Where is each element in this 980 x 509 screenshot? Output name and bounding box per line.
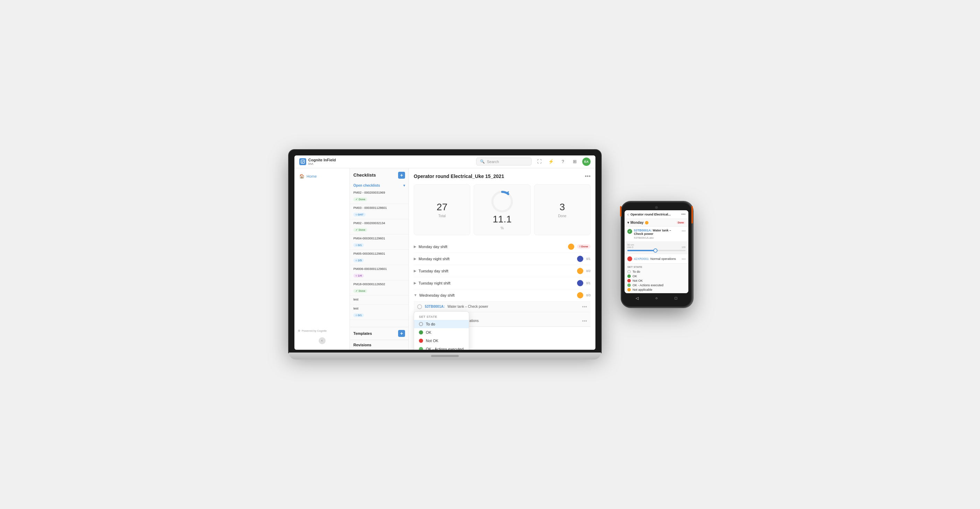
checklists-panel: Checklists + Open checklists ▾ PM02 - 00…	[350, 168, 409, 350]
checklist-items-list: PM02 - 000200031969 ✓ Done PM03 - 000300…	[350, 189, 409, 327]
task-row[interactable]: 53TB0001A: Water tank – Check power ••• …	[414, 302, 590, 312]
shift-row[interactable]: ▶ Monday night shift 0/1	[414, 253, 590, 265]
more-options-icon[interactable]: •••	[585, 173, 590, 179]
phone-section-label: Monday	[630, 221, 644, 225]
main-content: Operator round Electrical_Uke 15_2021 ••…	[409, 168, 595, 350]
list-item[interactable]: PM18-0003001126502 ✓ Done	[350, 280, 409, 295]
task-more-icon[interactable]: •••	[582, 318, 587, 324]
radio-na[interactable]	[627, 288, 631, 292]
add-template-button[interactable]: +	[398, 330, 405, 337]
dropdown-item-todo[interactable]: To do	[414, 320, 469, 328]
expand-icon: ▶	[414, 245, 417, 249]
radio-ok[interactable]	[627, 274, 631, 278]
phone-slider-track[interactable]	[627, 250, 686, 251]
dropdown-item-notok[interactable]: Not OK	[414, 337, 469, 345]
state-label: OK - Actions executed	[633, 284, 663, 287]
content-header: Operator round Electrical_Uke 15_2021 ••…	[414, 173, 590, 179]
checklist-item-id: PM006-0003001129601	[353, 267, 405, 271]
list-item[interactable]: test ○ 0/1	[350, 305, 409, 320]
templates-label: Templates	[353, 331, 372, 335]
search-bar[interactable]: 🔍 Search	[476, 158, 531, 166]
phone-set-state-label: SET STATE	[627, 265, 686, 268]
shift-name: Monday day shift	[418, 245, 568, 249]
shift-status-fraction: 0/1	[586, 257, 590, 260]
lightning-icon[interactable]: ⚡	[547, 158, 555, 166]
phone-state-option-notok[interactable]: Not OK	[627, 279, 686, 282]
stats-row: 27 Total 11.1	[414, 184, 590, 235]
grid-icon[interactable]: ⊞	[570, 158, 579, 166]
task-radio-button[interactable]	[417, 304, 422, 309]
phone-back-nav[interactable]: ◁	[634, 295, 640, 301]
shift-row[interactable]: ▶ Tuesday day shift 0/2	[414, 265, 590, 277]
done-number: 3	[560, 202, 565, 213]
phone-slider-fill	[627, 250, 657, 251]
slider-label: 50 cm	[627, 244, 634, 246]
phone-task-more-icon[interactable]: •••	[681, 229, 686, 233]
phone-task-row[interactable]: 42XR0001: Normal operations •••	[625, 254, 688, 264]
phone-home-nav[interactable]: ○	[654, 295, 659, 301]
phone-task-more-icon[interactable]: •••	[681, 257, 686, 261]
radio-ok-actions[interactable]	[627, 284, 631, 287]
phone-section-badge: Done	[676, 221, 686, 224]
phone-more-icon[interactable]: •••	[681, 212, 686, 217]
list-item[interactable]: PM02 - 000200031969 ✓ Done	[350, 189, 409, 204]
app-logo-icon	[299, 158, 306, 165]
list-item[interactable]: test	[350, 295, 409, 305]
shift-status-done: ! Done	[577, 244, 590, 249]
laptop: Cognite InField IAA 🔍 Search ⛶ ⚡ ? ⊞	[289, 150, 601, 359]
help-icon[interactable]: ?	[558, 158, 567, 166]
phone-task-link[interactable]: 53TB0001A:	[634, 229, 652, 232]
dropdown-item-ok[interactable]: OK	[414, 328, 469, 337]
list-item[interactable]: PM04-0003001129601 ○ 0/1	[350, 235, 409, 250]
total-number: 27	[437, 202, 447, 213]
status-badge: ✓ Done	[353, 228, 367, 232]
search-placeholder: Search	[487, 160, 499, 164]
stat-total: 27 Total	[414, 184, 470, 235]
notok-icon	[419, 339, 423, 343]
phone-recents-nav[interactable]: □	[673, 295, 679, 301]
phone-task-link[interactable]: 42XR0001:	[634, 257, 649, 260]
open-checklists-section[interactable]: Open checklists ▾	[350, 182, 409, 189]
phone-slider-minmax: min 0 100	[627, 246, 686, 249]
task-link[interactable]: 53TB0001A:	[425, 305, 445, 308]
list-item[interactable]: PM03 - 0003001128601 ○ 0/47	[350, 204, 409, 219]
state-label: Not OK	[633, 279, 643, 282]
sidebar-item-home[interactable]: 🏠 Home	[294, 172, 350, 181]
task-more-icon[interactable]: •••	[582, 304, 587, 310]
sidebar: 🏠 Home ⚙ Powered by Cognite ‹	[294, 168, 350, 350]
shift-row[interactable]: ▶ Tuesday night shift 0/1	[414, 277, 590, 289]
list-item[interactable]: PM006-0003001129601 ○ 1/4	[350, 265, 409, 280]
phone-slider-thumb[interactable]	[653, 249, 657, 252]
state-label: To do	[633, 270, 640, 273]
home-icon: 🏠	[299, 174, 304, 179]
dropdown-item-label: Not OK	[426, 339, 438, 343]
radio-todo[interactable]	[627, 270, 631, 273]
phone-state-option-todo[interactable]: To do	[627, 270, 686, 273]
phone-task-row[interactable]: ✓ 53TB0001A: Water tank – Check power 53…	[625, 227, 688, 242]
open-checklists-label: Open checklists	[353, 183, 380, 187]
list-item[interactable]: PM05-0003001129601 ○ 2/5	[350, 250, 409, 265]
user-avatar[interactable]: EA	[582, 158, 590, 166]
shift-row[interactable]: ▼ Wednesday day shift 0/3	[414, 289, 590, 302]
dropdown-item-ok-actions[interactable]: OK - Actions executed	[414, 345, 469, 350]
phone-slider-area: 50 cm min 0 100	[625, 242, 688, 254]
checklists-title: Checklists	[353, 172, 376, 178]
slider-min-label: min 0	[627, 246, 633, 249]
user-badge	[577, 280, 583, 286]
shift-row[interactable]: ▶ Monday day shift ! Done	[414, 241, 590, 253]
radio-notok[interactable]	[627, 279, 631, 282]
status-badge: ○ 0/47	[353, 213, 366, 217]
phone-state-option-ok[interactable]: OK	[627, 274, 686, 278]
shift-name: Tuesday day shift	[418, 269, 577, 273]
checklist-item-id: test	[353, 298, 405, 301]
powered-by: ⚙ Powered by Cognite	[294, 327, 350, 335]
status-badge: ○ 0/1	[353, 243, 364, 247]
phone-state-option-na[interactable]: Not applicable	[627, 288, 686, 292]
sidebar-collapse-button[interactable]: ‹	[319, 337, 326, 344]
phone-back-icon[interactable]: ‹	[627, 212, 629, 217]
list-item[interactable]: PM02 - 000200032134 ✓ Done	[350, 219, 409, 235]
app-org: IAA	[308, 162, 336, 166]
phone-state-option-ok-actions[interactable]: OK - Actions executed	[627, 284, 686, 287]
expand-icon[interactable]: ⛶	[535, 158, 543, 166]
add-checklist-button[interactable]: +	[398, 172, 405, 179]
